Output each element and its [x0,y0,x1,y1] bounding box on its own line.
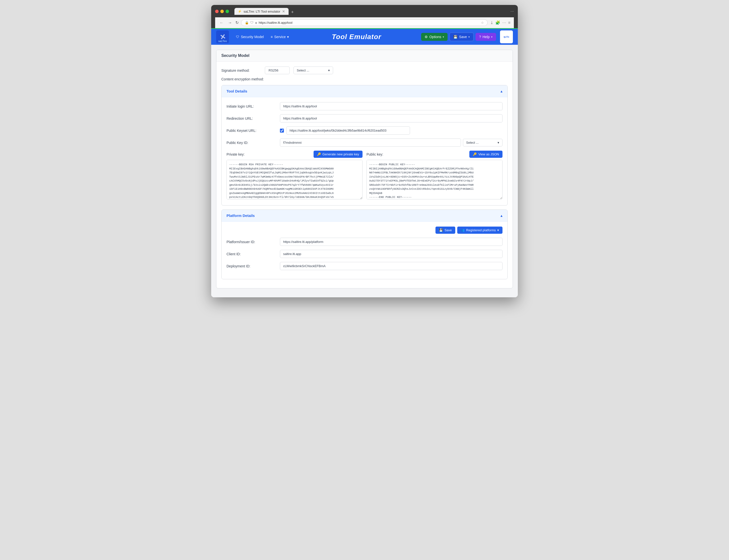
service-nav[interactable]: ≡ Service ▾ [268,33,292,40]
tab-bar: ⚡ saLTire: LTI Tool emulator ✕ + [235,8,507,15]
platform-id-input[interactable] [280,238,502,246]
tab-title: saLTire: LTI Tool emulator [244,10,280,13]
deployment-id-input[interactable] [280,262,502,270]
help-button[interactable]: ? Help ▾ [475,33,496,41]
registered-platforms-button[interactable]: 👥 Registered platforms ▾ [457,227,502,234]
key-gen-icon: 🔑 [317,152,321,156]
collapse-icon: ▴ [500,89,502,93]
public-key-section: Public key: 🔑 View as JSON ------BEGIN P… [366,151,502,200]
help-btn-icon: ? [479,35,481,39]
save-button[interactable]: 💾 Save ▾ [449,33,473,41]
private-key-textarea[interactable]: ------BEGIN RSA PRIVATE KEY------ MIIEvg… [227,160,363,199]
window-controls [215,10,229,13]
maximize-button[interactable] [226,10,229,13]
platform-details-header[interactable]: Platform Details ▴ [222,210,507,222]
client-id-input[interactable] [280,250,502,258]
menu-icon[interactable]: ≡ [508,21,510,25]
tool-details-title: Tool Details [227,89,247,93]
keys-container: Private key: 🔑 Generate new private key … [227,151,502,200]
platform-id-label: Platform/Issuer ID: [227,240,276,244]
public-key-id-label: Public Key ID: [227,141,276,145]
tool-details-body: Initiate login URL: Redirection URL: Pub… [222,97,507,205]
tool-details-header[interactable]: Tool Details ▴ [222,85,507,97]
public-keyset-input[interactable] [286,126,410,135]
security-model-label: Security Model [241,35,264,39]
security-model-header: Security Model [216,50,513,62]
app-title: Tool Emulator [292,33,421,41]
security-model-body: Signature method: RS256 Select ... ▾ Con… [216,62,513,288]
public-keyset-row: Public Keyset URL: [227,126,502,135]
security-model-title: Security Model [221,53,250,58]
platform-details-body: 💾 Save 👥 Registered platforms ▾ Plat [222,222,507,279]
download-icon[interactable]: ⤓ [490,20,493,25]
gear-btn-icon: ⚙ [424,35,428,39]
generate-key-label: Generate new private key [323,152,359,156]
minimize-button[interactable] [220,10,224,13]
key-id-caret-icon: ▾ [497,141,499,144]
platform-collapse-icon: ▴ [500,213,502,218]
close-button[interactable] [215,10,219,13]
public-key-textarea[interactable]: ------BEGIN PUBLIC KEY------ MIIBIjANBgk… [366,160,502,199]
redirect-url-input[interactable] [280,114,502,122]
key-id-input-row: Select ... ▾ [280,139,502,147]
client-id-label: Client ID: [227,252,276,256]
header-nav: 🛡 Security Model ≡ Service ▾ [233,33,292,40]
browser-toolbar: ⤓ 🧩 ⋯ ≡ [490,20,510,25]
deployment-id-label: Deployment ID: [227,264,276,268]
active-tab[interactable]: ⚡ saLTire: LTI Tool emulator ✕ [235,8,289,15]
security-model-nav[interactable]: 🛡 Security Model [233,33,267,40]
signature-method-row: Signature method: RS256 Select ... ▾ [221,67,508,74]
extensions-icon[interactable]: 🧩 [495,20,500,25]
login-url-label: Initiate login URL: [227,104,276,108]
login-url-input[interactable] [280,102,502,110]
select-placeholder: Select ... [297,69,309,72]
platform-details-title: Platform Details [227,213,255,218]
save-caret-icon: ▾ [468,35,470,39]
platform-save-button[interactable]: 💾 Save [435,227,455,234]
logo-text: saLTire [218,40,227,43]
content-encryption-label: Content encryption method: [221,77,264,81]
login-url-row: Initiate login URL: [227,102,502,110]
signature-method-label: Signature method: [221,69,261,72]
forward-button[interactable]: → [227,20,233,25]
new-tab-button[interactable]: + [289,10,296,15]
main-content: Security Model Signature method: RS256 S… [211,45,518,297]
refresh-button[interactable]: ↻ [236,20,239,25]
public-key-id-row: Public Key ID: Select ... ▾ [227,139,502,147]
options-label: Options [429,35,441,39]
bookmark-icon[interactable]: ☆ [481,21,484,24]
redirect-url-row: Redirection URL: [227,114,502,122]
platform-id-row: Platform/Issuer ID: [227,238,502,246]
options-caret-icon: ▾ [443,35,444,39]
registered-label: Registered platforms [466,228,496,232]
public-key-header: Public key: 🔑 View as JSON [366,151,502,158]
private-key-header: Private key: 🔑 Generate new private key [227,151,363,158]
back-button[interactable]: ← [219,20,225,25]
shield-icon: 🛡 [250,21,254,24]
view-json-label: View as JSON [478,152,499,156]
logo: ✕ saLTire [216,30,229,43]
options-button[interactable]: ⚙ Options ▾ [421,33,447,41]
service-caret-icon: ▾ [287,35,289,39]
tab-close-icon[interactable]: ✕ [282,9,285,13]
generate-key-button[interactable]: 🔑 Generate new private key [314,151,363,158]
list-nav-icon: ≡ [271,35,273,39]
help-label: Help [482,35,490,39]
header-actions: ⚙ Options ▾ 💾 Save ▾ ? Help ▾ qLTic [421,30,513,43]
expand-icon: ⋯ [510,9,514,13]
registered-icon: 👥 [461,228,465,232]
client-id-row: Client ID: [227,250,502,258]
key-id-select[interactable]: Select ... ▾ [463,139,502,146]
platform-details-card: Platform Details ▴ 💾 Save 👥 Registered p… [221,210,508,279]
redirect-url-label: Redirection URL: [227,117,276,120]
key-view-icon: 🔑 [473,152,477,156]
key-id-input[interactable] [280,139,461,147]
registered-caret-icon: ▾ [497,228,499,232]
view-json-button[interactable]: 🔑 View as JSON [469,151,502,158]
public-keyset-checkbox[interactable] [280,129,284,133]
lock-icon: 🔒 [245,21,249,24]
more-tools-icon[interactable]: ⋯ [502,20,506,25]
content-encryption-row: Content encryption method: [221,77,508,81]
signature-method-select[interactable]: Select ... ▾ [294,67,333,74]
url-bar[interactable]: 🔒 🛡 ◈ https://saltire.lti.app/tool ☆ [241,19,488,26]
